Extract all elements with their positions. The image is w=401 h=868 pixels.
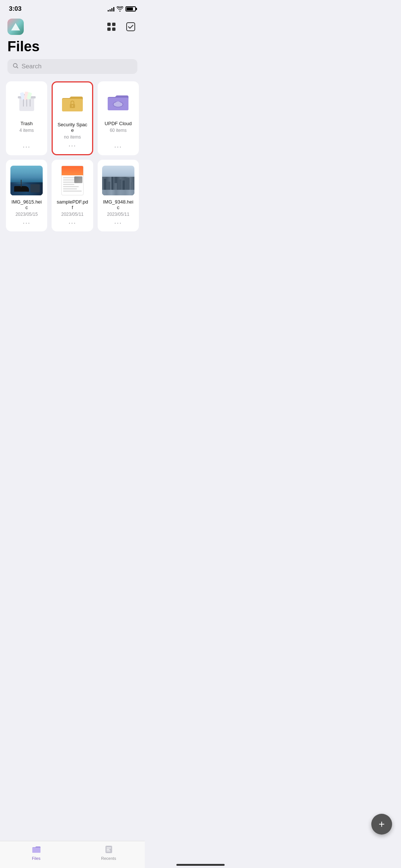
search-bar[interactable]: Search <box>7 59 137 74</box>
app-logo <box>7 19 24 35</box>
sample-pdf-thumb-area <box>58 166 87 195</box>
file-name-sample-pdf: samplePDF.pdf <box>56 199 88 210</box>
more-menu-trash[interactable]: ··· <box>23 143 30 151</box>
more-menu-img-9348[interactable]: ··· <box>114 219 122 227</box>
svg-rect-2 <box>107 27 111 31</box>
battery-icon <box>125 6 136 12</box>
file-name-updf-cloud: UPDF Cloud <box>105 121 132 126</box>
svg-rect-14 <box>30 99 30 107</box>
svg-rect-12 <box>23 99 24 107</box>
sample-pdf-thumbnail <box>61 166 84 195</box>
file-card-sample-pdf[interactable]: samplePDF.pdf 2023/05/11 ··· <box>52 160 93 231</box>
file-meta-updf-cloud: 60 items <box>110 128 127 133</box>
svg-rect-1 <box>112 23 115 26</box>
checkmark-square-icon <box>125 22 136 32</box>
file-meta-trash: 4 items <box>19 128 34 133</box>
status-bar: 3:03 <box>0 0 145 16</box>
file-name-security-space: Security Space <box>57 122 87 133</box>
cloud-folder-icon <box>105 89 131 116</box>
updf-cloud-icon-area <box>103 87 133 117</box>
file-meta-img-9348: 2023/05/11 <box>107 212 129 217</box>
search-container: Search <box>0 59 145 81</box>
page-title: Files <box>0 36 145 59</box>
svg-rect-0 <box>107 23 111 26</box>
select-mode-button[interactable] <box>124 20 137 33</box>
img-9348-thumbnail <box>102 166 134 195</box>
wifi-icon <box>117 6 123 12</box>
file-card-trash[interactable]: Trash 4 items ··· <box>6 81 47 155</box>
file-card-img-9615[interactable]: IMG_9615.heic 2023/05/15 ··· <box>6 160 47 231</box>
img-9615-thumbnail <box>10 166 43 195</box>
header-actions <box>105 20 137 33</box>
more-menu-security-space[interactable]: ··· <box>68 142 76 150</box>
files-grid: Trash 4 items ··· Security Space <box>0 81 145 231</box>
file-meta-sample-pdf: 2023/05/11 <box>61 212 84 217</box>
search-placeholder: Search <box>22 63 42 70</box>
file-meta-security-space: no items <box>64 134 81 140</box>
status-time: 3:03 <box>9 5 22 13</box>
file-card-updf-cloud[interactable]: UPDF Cloud 60 items ··· <box>98 81 139 155</box>
search-icon <box>13 63 19 70</box>
svg-point-25 <box>115 101 121 105</box>
more-menu-sample-pdf[interactable]: ··· <box>68 219 76 227</box>
img-9348-thumb-area <box>102 166 134 195</box>
svg-rect-3 <box>112 27 115 31</box>
trash-folder-icon <box>13 89 40 116</box>
security-folder-icon <box>59 90 86 117</box>
file-meta-img-9615: 2023/05/15 <box>16 212 38 217</box>
svg-rect-13 <box>26 99 27 107</box>
file-name-img-9615: IMG_9615.heic <box>10 199 43 210</box>
trash-icon-area <box>12 87 42 117</box>
more-menu-updf-cloud[interactable]: ··· <box>114 143 122 151</box>
status-icons <box>108 6 136 12</box>
grid-view-button[interactable] <box>105 20 118 33</box>
security-space-icon-area <box>58 88 87 118</box>
svg-rect-17 <box>72 106 73 107</box>
img-9615-thumb-area <box>10 166 43 195</box>
signal-bars-icon <box>108 6 114 12</box>
file-name-trash: Trash <box>20 121 33 126</box>
header <box>0 16 145 36</box>
file-name-img-9348: IMG_9348.heic <box>102 199 134 210</box>
more-menu-img-9615[interactable]: ··· <box>23 219 30 227</box>
svg-rect-4 <box>127 23 135 31</box>
grid-icon <box>107 22 116 32</box>
file-card-security-space[interactable]: Security Space no items ··· <box>52 81 93 155</box>
file-card-img-9348[interactable]: IMG_9348.heic 2023/05/11 ··· <box>98 160 139 231</box>
